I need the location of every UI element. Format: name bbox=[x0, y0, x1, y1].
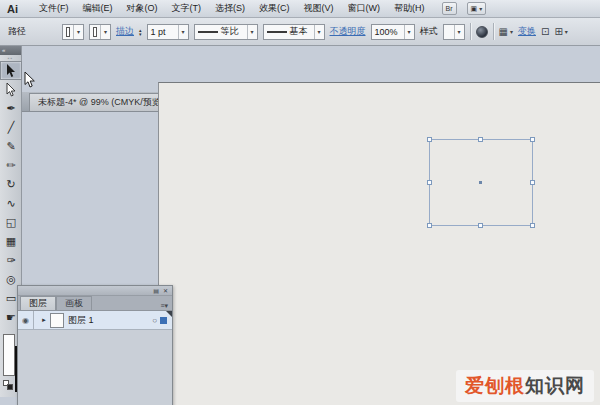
menu-item-object[interactable]: 对象(O) bbox=[120, 0, 165, 17]
free-transform-tool[interactable]: ◱ bbox=[0, 213, 22, 232]
app-logo: Ai bbox=[7, 3, 18, 15]
style-label: 样式 bbox=[420, 25, 438, 38]
stroke-color-dropdown[interactable]: ▾ bbox=[89, 24, 111, 40]
collapse-icon: « bbox=[2, 47, 5, 53]
chevron-down-icon: ▾ bbox=[404, 25, 411, 39]
selection-tool[interactable] bbox=[0, 61, 22, 80]
default-stroke-icon bbox=[7, 384, 13, 390]
layer-row[interactable]: ◉ ► 图层 1 ○ bbox=[18, 311, 172, 330]
selection-handle[interactable] bbox=[427, 180, 432, 185]
expand-layer-icon[interactable]: ► bbox=[41, 317, 47, 323]
line-segment-tool[interactable]: ╱ bbox=[0, 118, 22, 137]
selection-indicator[interactable] bbox=[160, 317, 167, 324]
select-similar-button[interactable]: ⊞ ▾ bbox=[554, 26, 567, 37]
bridge-icon: Br bbox=[446, 5, 453, 12]
pen-tool[interactable]: ✒ bbox=[0, 99, 22, 118]
stroke-weight-stepper[interactable]: ▴ ▾ bbox=[139, 28, 142, 36]
stroke-swatch-icon bbox=[93, 27, 97, 37]
opacity-value: 100% bbox=[375, 27, 398, 37]
layers-panel: ▤ ✕ 图层 画板 ≡▾ ◉ ► 图层 1 ○ bbox=[17, 285, 173, 405]
opacity-input[interactable]: 100% ▾ bbox=[371, 24, 415, 40]
tab-artboards[interactable]: 画板 bbox=[56, 296, 92, 310]
eyedropper-tool[interactable]: ✑ bbox=[0, 251, 22, 270]
black-arrow-icon bbox=[6, 64, 16, 78]
hand-icon: ☛ bbox=[6, 311, 16, 324]
variable-width-dropdown[interactable]: 等比 ▾ bbox=[194, 24, 258, 40]
line-icon: ╱ bbox=[8, 121, 15, 134]
selection-handle[interactable] bbox=[478, 137, 483, 142]
mesh-tool[interactable]: ▦ bbox=[0, 232, 22, 251]
eye-icon: ◉ bbox=[22, 316, 29, 325]
target-circle-icon[interactable]: ○ bbox=[152, 316, 157, 325]
collapse-panel-icon[interactable]: ▤ bbox=[153, 287, 159, 294]
selection-handle[interactable] bbox=[478, 223, 483, 228]
chevron-down-icon: ▾ bbox=[479, 5, 482, 12]
width-tool[interactable]: ∿ bbox=[0, 194, 22, 213]
fill-swatch-icon bbox=[66, 27, 70, 37]
watermark-text: 知识网 bbox=[525, 375, 585, 396]
opacity-panel-link[interactable]: 不透明度 bbox=[330, 25, 366, 38]
fill-color-swatch[interactable] bbox=[3, 334, 15, 376]
menu-item-effect[interactable]: 效果(C) bbox=[252, 0, 297, 17]
align-dropdown-button[interactable]: ▦ ▾ bbox=[499, 26, 513, 37]
width-profile-icon bbox=[198, 31, 218, 33]
canvas[interactable] bbox=[158, 82, 600, 405]
align-icon: ▦ bbox=[499, 26, 508, 37]
fill-color-dropdown[interactable]: ▾ bbox=[62, 24, 84, 40]
stroke-panel-link[interactable]: 描边 bbox=[116, 25, 134, 38]
selection-handle[interactable] bbox=[427, 223, 432, 228]
corner-triangle-icon bbox=[166, 311, 172, 317]
menu-item-edit[interactable]: 编辑(E) bbox=[76, 0, 120, 17]
pen-icon: ✒ bbox=[6, 102, 15, 115]
mesh-icon: ▦ bbox=[6, 235, 16, 248]
menu-item-view[interactable]: 视图(V) bbox=[297, 0, 341, 17]
object-center-point bbox=[479, 181, 482, 184]
layer-thumbnail[interactable] bbox=[50, 313, 64, 328]
menu-item-type[interactable]: 文字(T) bbox=[165, 0, 209, 17]
recolor-artwork-button[interactable] bbox=[476, 26, 488, 38]
selection-handle[interactable] bbox=[427, 137, 432, 142]
direct-selection-tool[interactable] bbox=[0, 80, 22, 99]
menu-item-help[interactable]: 帮助(H) bbox=[387, 0, 432, 17]
eyedropper-icon: ✑ bbox=[6, 254, 15, 267]
width-icon: ∿ bbox=[6, 197, 15, 210]
panel-tab-row: 图层 画板 ≡▾ bbox=[18, 296, 172, 311]
arrange-documents-button[interactable]: ▣ ▾ bbox=[467, 2, 487, 15]
selection-bounding-box[interactable] bbox=[429, 139, 533, 226]
chevron-down-icon: ▾ bbox=[178, 25, 185, 39]
tools-panel-header[interactable]: « bbox=[0, 46, 21, 55]
stepper-down-icon[interactable]: ▾ bbox=[139, 32, 142, 36]
selection-handle[interactable] bbox=[530, 180, 535, 185]
menu-item-select[interactable]: 选择(S) bbox=[208, 0, 252, 17]
white-arrow-icon bbox=[6, 83, 16, 97]
pencil-icon: ✏ bbox=[6, 159, 15, 172]
stroke-weight-input[interactable]: 1 pt ▾ bbox=[147, 24, 189, 40]
bridge-button[interactable]: Br bbox=[442, 2, 457, 15]
paintbrush-tool[interactable]: ✎ bbox=[0, 137, 22, 156]
menu-item-file[interactable]: 文件(F) bbox=[32, 0, 76, 17]
menu-bar: Ai 文件(F) 编辑(E) 对象(O) 文字(T) 选择(S) 效果(C) 视… bbox=[0, 0, 600, 18]
illustrator-window: Ai 文件(F) 编辑(E) 对象(O) 文字(T) 选择(S) 效果(C) 视… bbox=[0, 0, 600, 405]
brush-definition-value: 基本 bbox=[290, 25, 308, 38]
select-similar-icon: ⊞ bbox=[554, 26, 562, 37]
brush-definition-dropdown[interactable]: 基本 ▾ bbox=[263, 24, 325, 40]
pencil-tool[interactable]: ✏ bbox=[0, 156, 22, 175]
selection-handle[interactable] bbox=[530, 137, 535, 142]
transform-panel-link[interactable]: 变换 bbox=[518, 25, 536, 38]
close-panel-icon[interactable]: ✕ bbox=[163, 287, 168, 294]
default-colors-icon[interactable] bbox=[3, 380, 13, 390]
watermark-accent-text: 爱刨根 bbox=[465, 375, 525, 396]
menu-item-window[interactable]: 窗口(W) bbox=[341, 0, 388, 17]
tab-layers[interactable]: 图层 bbox=[20, 296, 56, 310]
panel-title-bar[interactable]: ▤ ✕ bbox=[18, 286, 172, 296]
chevron-down-icon: ▾ bbox=[314, 25, 321, 39]
blend-icon: ◎ bbox=[6, 273, 16, 286]
rotate-tool[interactable]: ↻ bbox=[0, 175, 22, 194]
style-dropdown[interactable]: ▾ bbox=[443, 24, 465, 40]
selection-handle[interactable] bbox=[530, 223, 535, 228]
layer-name[interactable]: 图层 1 bbox=[68, 314, 152, 327]
watermark: 爱刨根知识网 bbox=[456, 370, 594, 402]
visibility-toggle[interactable]: ◉ bbox=[18, 316, 33, 325]
isolate-object-button[interactable]: ⊡ bbox=[541, 26, 549, 37]
panel-menu-icon[interactable]: ≡▾ bbox=[160, 302, 172, 310]
